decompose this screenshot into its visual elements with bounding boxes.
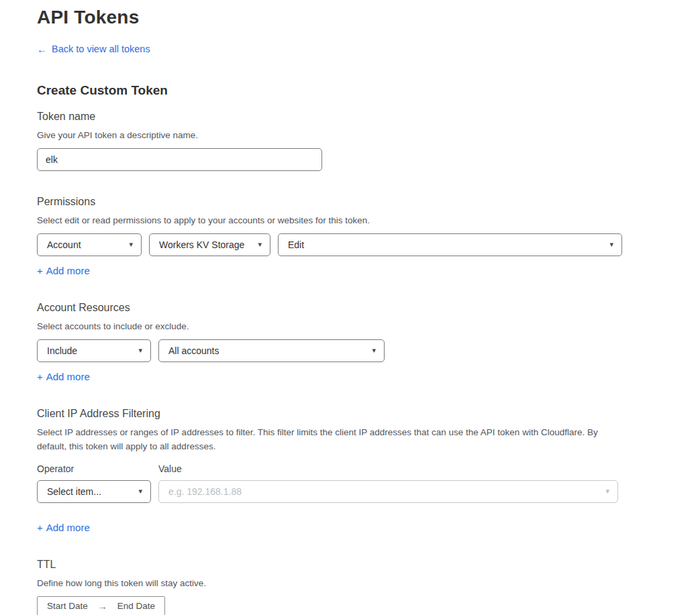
account-resources-label: Account Resources xyxy=(37,302,700,314)
ip-filter-label: Client IP Address Filtering xyxy=(37,408,700,420)
account-resources-add-more-link[interactable]: + Add more xyxy=(37,371,90,382)
create-custom-token-title: Create Custom Token xyxy=(37,83,700,98)
operator-select-value: Select item... xyxy=(47,486,101,497)
permission-resource-value: Workers KV Storage xyxy=(159,239,244,250)
operator-label: Operator xyxy=(37,463,158,474)
ip-filter-field-labels: Operator Value xyxy=(37,463,700,474)
permission-access-value: Edit xyxy=(288,239,304,250)
permission-resource-select[interactable]: Workers KV Storage ▾ xyxy=(149,233,270,256)
accounts-select-value: All accounts xyxy=(168,345,219,356)
account-resources-add-more-label: Add more xyxy=(46,371,90,382)
ip-filter-add-more-link[interactable]: + Add more xyxy=(37,522,90,533)
ip-value-input[interactable] xyxy=(160,482,600,502)
plus-icon: + xyxy=(37,522,43,533)
plus-icon: + xyxy=(37,371,43,382)
chevron-down-icon: ▾ xyxy=(258,241,262,248)
permissions-row: Account ▾ Workers KV Storage ▾ Edit ▾ xyxy=(37,233,700,256)
permissions-add-more-link[interactable]: + Add more xyxy=(37,265,90,276)
permissions-helper: Select edit or read permissions to apply… xyxy=(37,213,700,227)
account-resources-helper: Select accounts to include or exclude. xyxy=(37,319,700,333)
include-exclude-value: Include xyxy=(47,345,77,356)
chevron-down-icon: ▾ xyxy=(138,347,142,354)
ip-filter-helper: Select IP addresses or ranges of IP addr… xyxy=(37,425,619,453)
permission-scope-select[interactable]: Account ▾ xyxy=(37,233,142,256)
ip-value-combo[interactable]: ▾ xyxy=(158,480,618,503)
value-label: Value xyxy=(158,463,182,474)
accounts-select[interactable]: All accounts ▾ xyxy=(158,339,385,362)
start-date-label: Start Date xyxy=(47,601,88,611)
permission-access-select[interactable]: Edit ▾ xyxy=(278,233,622,256)
permissions-label: Permissions xyxy=(37,196,700,208)
back-to-tokens-link[interactable]: ← Back to view all tokens xyxy=(37,44,150,54)
ip-filter-add-more-label: Add more xyxy=(46,522,90,533)
operator-select[interactable]: Select item... ▾ xyxy=(37,480,151,503)
chevron-down-icon: ▾ xyxy=(605,488,609,495)
account-resources-row: Include ▾ All accounts ▾ xyxy=(37,339,700,362)
back-arrow-icon: ← xyxy=(37,44,47,54)
page-title: API Tokens xyxy=(37,7,700,28)
permission-scope-value: Account xyxy=(47,239,81,250)
permissions-add-more-label: Add more xyxy=(46,265,90,276)
token-name-label: Token name xyxy=(37,111,700,123)
ttl-label: TTL xyxy=(37,559,700,571)
include-exclude-select[interactable]: Include ▾ xyxy=(37,339,151,362)
chevron-down-icon: ▾ xyxy=(609,241,613,248)
token-name-helper: Give your API token a descriptive name. xyxy=(37,128,700,142)
end-date-label: End Date xyxy=(117,601,155,611)
ttl-helper: Define how long this token will stay act… xyxy=(37,576,700,590)
ip-filter-row: Select item... ▾ ▾ xyxy=(37,480,700,503)
chevron-down-icon: ▾ xyxy=(129,241,133,248)
chevron-down-icon: ▾ xyxy=(138,488,142,495)
token-name-input[interactable] xyxy=(37,148,322,171)
arrow-right-icon: → xyxy=(98,601,107,612)
back-link-label: Back to view all tokens xyxy=(52,44,150,54)
chevron-down-icon: ▾ xyxy=(372,347,376,354)
api-tokens-page: API Tokens ← Back to view all tokens Cre… xyxy=(0,0,700,615)
ttl-date-range-button[interactable]: Start Date → End Date xyxy=(37,596,165,615)
plus-icon: + xyxy=(37,265,43,276)
